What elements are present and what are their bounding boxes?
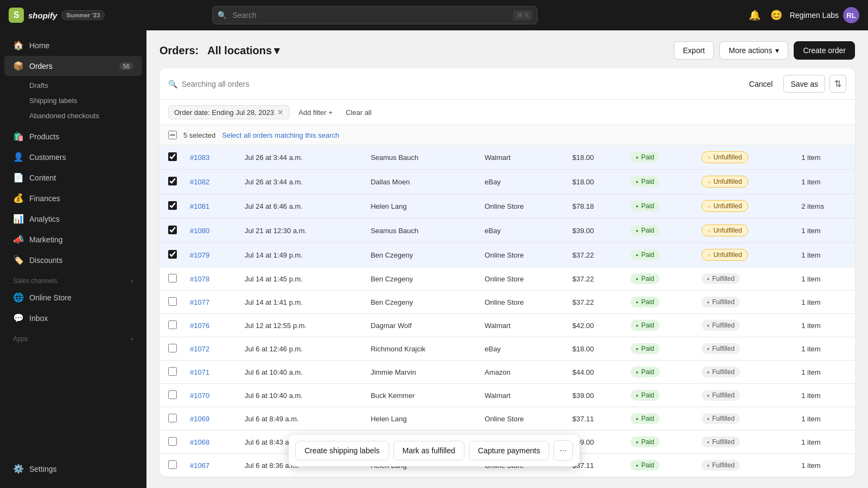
- sidebar-sub-drafts[interactable]: Drafts: [4, 78, 142, 93]
- fulfillment-badge: Fulfilled: [701, 460, 740, 471]
- apps-expand-icon[interactable]: +: [130, 336, 133, 342]
- order-customer: Ben Czegeny: [364, 291, 478, 314]
- sidebar-sub-abandoned-checkouts[interactable]: Abandoned checkouts: [4, 108, 142, 123]
- order-number[interactable]: #1072: [190, 345, 209, 353]
- order-number[interactable]: #1081: [190, 202, 209, 210]
- order-amount: $39.00: [566, 384, 624, 407]
- row-checkbox[interactable]: [168, 344, 177, 352]
- orders-search-input[interactable]: [182, 80, 738, 88]
- order-number[interactable]: #1077: [190, 298, 209, 306]
- chevron-down-icon: ▾: [274, 44, 279, 57]
- create-shipping-labels-button[interactable]: Create shipping labels: [295, 441, 389, 460]
- sidebar-item-marketing[interactable]: 📣 Marketing: [4, 229, 142, 249]
- row-checkbox[interactable]: [168, 437, 177, 446]
- sidebar-item-orders[interactable]: 📦 Orders 56: [4, 56, 142, 76]
- discounts-icon: 🏷️: [13, 255, 24, 265]
- fulfillment-badge: Fulfilled: [701, 273, 740, 284]
- order-amount: $39.00: [566, 219, 624, 243]
- sidebar-item-content[interactable]: 📄 Content: [4, 168, 142, 188]
- topnav-right-actions: 🔔 😊 Regimen Labs RL: [746, 7, 859, 23]
- mark-as-fulfilled-button[interactable]: Mark as fulfilled: [393, 441, 464, 460]
- search-input[interactable]: [212, 6, 538, 24]
- sidebar-item-settings[interactable]: ⚙️ Settings: [4, 459, 142, 479]
- remove-filter-icon[interactable]: ✕: [277, 108, 284, 117]
- cancel-search-button[interactable]: Cancel: [743, 75, 780, 93]
- order-number[interactable]: #1079: [190, 251, 209, 259]
- sidebar-label-orders: Orders: [29, 62, 53, 70]
- orders-search-bar: 🔍 Cancel Save as ⇅: [159, 68, 855, 100]
- bottom-action-bar: Create shipping labels Mark as fulfilled…: [289, 435, 579, 466]
- order-customer: Seamus Bauch: [364, 145, 478, 170]
- row-checkbox[interactable]: [168, 367, 177, 376]
- fulfillment-badge: Unfulfilled: [701, 249, 748, 261]
- more-actions-button[interactable]: More actions ▾: [719, 41, 788, 60]
- order-number[interactable]: #1080: [190, 227, 209, 235]
- table-row: #1082 Jul 26 at 3:44 a.m. Dallas Moen eB…: [159, 170, 855, 194]
- select-all-checkbox[interactable]: [168, 131, 177, 139]
- order-number[interactable]: #1071: [190, 368, 209, 376]
- select-all-orders-link[interactable]: Select all orders matching this search: [222, 131, 339, 139]
- row-checkbox[interactable]: [168, 152, 177, 161]
- row-checkbox[interactable]: [168, 320, 177, 329]
- row-checkbox[interactable]: [168, 460, 177, 469]
- export-button[interactable]: Export: [674, 41, 714, 60]
- row-checkbox[interactable]: [168, 274, 177, 282]
- fulfillment-badge: Unfulfilled: [701, 176, 748, 188]
- payment-badge: Paid: [630, 390, 660, 401]
- order-number[interactable]: #1067: [190, 461, 209, 470]
- row-checkbox[interactable]: [168, 226, 177, 234]
- row-checkbox[interactable]: [168, 414, 177, 422]
- table-row: #1081 Jul 24 at 6:46 a.m. Helen Lang Onl…: [159, 194, 855, 219]
- sidebar-item-analytics[interactable]: 📊 Analytics: [4, 209, 142, 229]
- notifications-icon[interactable]: 🔔: [746, 7, 763, 23]
- order-customer: Ben Czegeny: [364, 267, 478, 291]
- sidebar-item-inbox[interactable]: 💬 Inbox: [4, 308, 142, 328]
- help-icon[interactable]: 😊: [768, 7, 784, 23]
- sidebar-item-discounts[interactable]: 🏷️ Discounts: [4, 250, 142, 270]
- orders-title-label: Orders:: [159, 44, 199, 57]
- order-channel: Online Store: [478, 407, 566, 431]
- order-number[interactable]: #1078: [190, 275, 209, 283]
- order-customer: Helen Lang: [364, 407, 478, 431]
- row-checkbox[interactable]: [168, 177, 177, 185]
- order-date: Jul 6 at 8:49 a.m.: [238, 407, 364, 431]
- order-date: Jul 14 at 1:49 p.m.: [238, 243, 364, 267]
- order-number[interactable]: #1068: [190, 438, 209, 446]
- analytics-icon: 📊: [13, 214, 24, 224]
- more-actions-bar-button[interactable]: ···: [553, 440, 572, 461]
- online-store-icon: 🌐: [13, 292, 24, 303]
- payment-badge: Paid: [630, 413, 660, 424]
- clear-all-button[interactable]: Clear all: [341, 106, 376, 119]
- order-number[interactable]: #1082: [190, 178, 209, 186]
- create-order-button[interactable]: Create order: [794, 41, 855, 60]
- sidebar-item-finances[interactable]: 💰 Finances: [4, 188, 142, 208]
- sidebar-item-customers[interactable]: 👤 Customers: [4, 147, 142, 167]
- store-selector[interactable]: Regimen Labs RL: [790, 7, 859, 23]
- row-checkbox[interactable]: [168, 390, 177, 399]
- store-name: Regimen Labs: [790, 11, 839, 20]
- payment-badge: Paid: [630, 152, 660, 163]
- sidebar-sub-shipping-labels[interactable]: Shipping labels: [4, 93, 142, 108]
- payment-badge: Paid: [630, 201, 660, 211]
- order-number[interactable]: #1076: [190, 322, 209, 330]
- sidebar-item-products[interactable]: 🛍️ Products: [4, 126, 142, 146]
- order-number[interactable]: #1083: [190, 153, 209, 162]
- row-checkbox[interactable]: [168, 250, 177, 259]
- sidebar-item-online-store[interactable]: 🌐 Online Store: [4, 287, 142, 307]
- sort-button[interactable]: ⇅: [829, 75, 846, 93]
- add-filter-button[interactable]: Add filter +: [294, 106, 337, 119]
- sidebar-label-finances: Finances: [29, 194, 60, 203]
- location-selector-button[interactable]: All locations ▾: [203, 42, 284, 59]
- row-checkbox[interactable]: [168, 297, 177, 306]
- order-number[interactable]: #1070: [190, 391, 209, 400]
- order-number[interactable]: #1069: [190, 415, 209, 423]
- table-row: #1070 Jul 6 at 10:40 a.m. Buck Kemmer Wa…: [159, 384, 855, 407]
- save-as-button[interactable]: Save as: [783, 75, 825, 93]
- capture-payments-button[interactable]: Capture payments: [469, 441, 549, 460]
- sales-channels-expand-icon[interactable]: +: [130, 278, 133, 284]
- row-checkbox[interactable]: [168, 201, 177, 210]
- sidebar-item-home[interactable]: 🏠 Home: [4, 35, 142, 55]
- summer-badge: Summer '23: [61, 10, 105, 20]
- sidebar-label-online-store: Online Store: [29, 293, 72, 302]
- payment-badge: Paid: [630, 176, 660, 187]
